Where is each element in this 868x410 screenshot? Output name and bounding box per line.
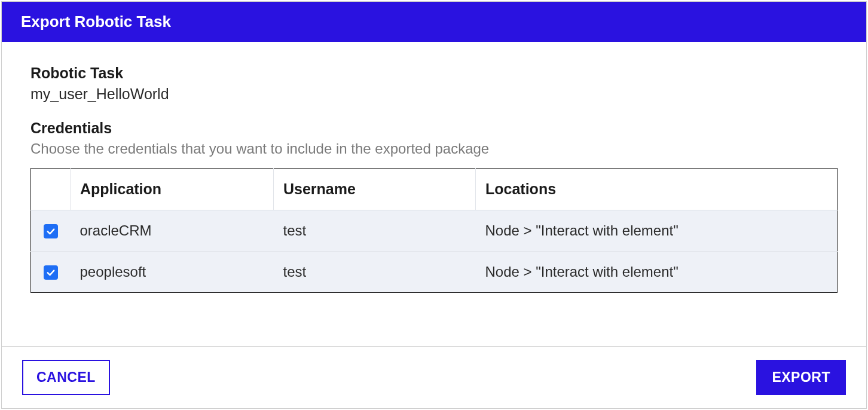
column-header-username: Username <box>274 169 476 210</box>
export-dialog: Export Robotic Task Robotic Task my_user… <box>1 1 867 409</box>
check-icon <box>45 226 56 237</box>
cell-username: test <box>274 210 476 252</box>
credentials-table: Application Username Locations oracleCRM <box>30 168 838 293</box>
row-checkbox[interactable] <box>44 224 58 238</box>
cell-application: oracleCRM <box>71 210 274 252</box>
column-header-locations: Locations <box>476 169 838 210</box>
robotic-task-label: Robotic Task <box>30 65 838 82</box>
table-row: oracleCRM test Node > "Interact with ele… <box>31 210 838 252</box>
column-header-application: Application <box>71 169 274 210</box>
dialog-body: Robotic Task my_user_HelloWorld Credenti… <box>2 42 866 346</box>
row-checkbox[interactable] <box>44 265 58 280</box>
table-row: peoplesoft test Node > "Interact with el… <box>31 252 838 293</box>
cancel-button[interactable]: CANCEL <box>22 360 110 395</box>
cell-locations: Node > "Interact with element" <box>476 252 838 293</box>
dialog-title: Export Robotic Task <box>2 2 866 42</box>
column-header-checkbox <box>31 169 71 210</box>
cell-username: test <box>274 252 476 293</box>
cell-application: peoplesoft <box>71 252 274 293</box>
cell-locations: Node > "Interact with element" <box>476 210 838 252</box>
export-button[interactable]: EXPORT <box>756 360 846 395</box>
dialog-footer: CANCEL EXPORT <box>2 346 866 408</box>
robotic-task-value: my_user_HelloWorld <box>30 85 838 103</box>
credentials-description: Choose the credentials that you want to … <box>30 140 838 157</box>
check-icon <box>45 267 56 278</box>
credentials-label: Credentials <box>30 120 838 137</box>
